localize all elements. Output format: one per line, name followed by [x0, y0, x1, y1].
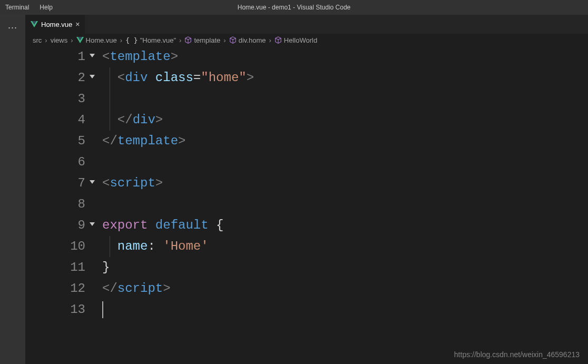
chevron-right-icon: ›: [268, 36, 272, 44]
breadcrumb-item[interactable]: div.home: [229, 36, 266, 44]
breadcrumb-label: "Home.vue": [140, 36, 176, 44]
code-line[interactable]: [102, 194, 588, 215]
close-icon[interactable]: ×: [75, 20, 80, 28]
code-line[interactable]: [102, 88, 588, 110]
line-number: 2: [25, 67, 85, 88]
tab-label: Home.vue: [41, 21, 72, 28]
code-line[interactable]: }: [102, 257, 588, 278]
code-line[interactable]: <template>: [102, 46, 588, 67]
breadcrumb: src›views›Home.vue›{ }"Home.vue"›templat…: [25, 34, 588, 46]
code-line[interactable]: </template>: [102, 131, 588, 152]
chevron-right-icon: ›: [222, 36, 227, 44]
breadcrumb-label: HelloWorld: [284, 36, 317, 44]
vue-icon: [31, 21, 38, 27]
tab-bar: Home.vue ×: [25, 15, 588, 34]
line-number: 10: [25, 236, 85, 257]
code-line[interactable]: </script>: [102, 278, 588, 299]
line-number: 12: [25, 278, 85, 299]
breadcrumb-label: src: [33, 36, 42, 44]
watermark: https://blog.csdn.net/weixin_46596213: [454, 350, 580, 359]
line-number: 6: [25, 152, 85, 173]
vue-icon: [76, 37, 84, 43]
main-row: ··· Home.vue × src›views›Home.vue›{ }"Ho…: [0, 15, 588, 364]
breadcrumb-label: Home.vue: [86, 36, 117, 44]
line-number: 7: [25, 173, 85, 194]
code-line[interactable]: </div>: [102, 110, 588, 131]
code-line[interactable]: [102, 299, 588, 320]
editor-area: Home.vue × src›views›Home.vue›{ }"Home.v…: [25, 15, 588, 364]
breadcrumb-item[interactable]: src: [33, 36, 42, 44]
breadcrumb-label: div.home: [239, 36, 266, 44]
code-line[interactable]: export default {: [102, 215, 588, 236]
line-number: 3: [25, 88, 85, 110]
chevron-right-icon: ›: [44, 36, 48, 44]
menu-item-terminal[interactable]: Terminal: [0, 0, 34, 15]
code-line[interactable]: <div class="home">: [102, 67, 588, 88]
code-lines[interactable]: <template> <div class="home"> </div></te…: [99, 46, 588, 364]
cube-icon: [275, 36, 282, 44]
line-number: 1: [25, 46, 85, 67]
breadcrumb-item[interactable]: views: [51, 36, 68, 44]
line-number: 4: [25, 110, 85, 131]
line-number-gutter: 12345678910111213: [25, 46, 99, 364]
line-number: 11: [25, 257, 85, 278]
breadcrumb-item[interactable]: template: [184, 36, 220, 44]
cube-icon: [184, 36, 192, 44]
line-number: 9: [25, 215, 85, 236]
titlebar: Terminal Help Home.vue - demo1 - Visual …: [0, 0, 588, 15]
braces-icon: { }: [125, 36, 138, 44]
breadcrumb-label: views: [51, 36, 68, 44]
activity-bar: ···: [0, 15, 25, 364]
breadcrumb-item[interactable]: { }"Home.vue": [125, 36, 176, 44]
chevron-right-icon: ›: [119, 36, 123, 44]
line-number: 13: [25, 299, 85, 320]
chevron-right-icon: ›: [178, 36, 182, 44]
overflow-menu-icon[interactable]: ···: [8, 22, 17, 33]
code-line[interactable]: name: 'Home': [102, 236, 588, 257]
tab-home-vue[interactable]: Home.vue ×: [25, 15, 85, 34]
code-editor[interactable]: 12345678910111213 <template> <div class=…: [25, 46, 588, 364]
cube-icon: [229, 36, 237, 44]
breadcrumb-label: template: [194, 36, 220, 44]
window-title: Home.vue - demo1 - Visual Studio Code: [0, 4, 588, 11]
code-line[interactable]: <script>: [102, 173, 588, 194]
line-number: 5: [25, 131, 85, 152]
code-line[interactable]: [102, 152, 588, 173]
breadcrumb-item[interactable]: Home.vue: [76, 36, 117, 44]
line-number: 8: [25, 194, 85, 215]
breadcrumb-item[interactable]: HelloWorld: [275, 36, 317, 44]
menu-item-help[interactable]: Help: [34, 0, 58, 15]
chevron-right-icon: ›: [70, 36, 74, 44]
